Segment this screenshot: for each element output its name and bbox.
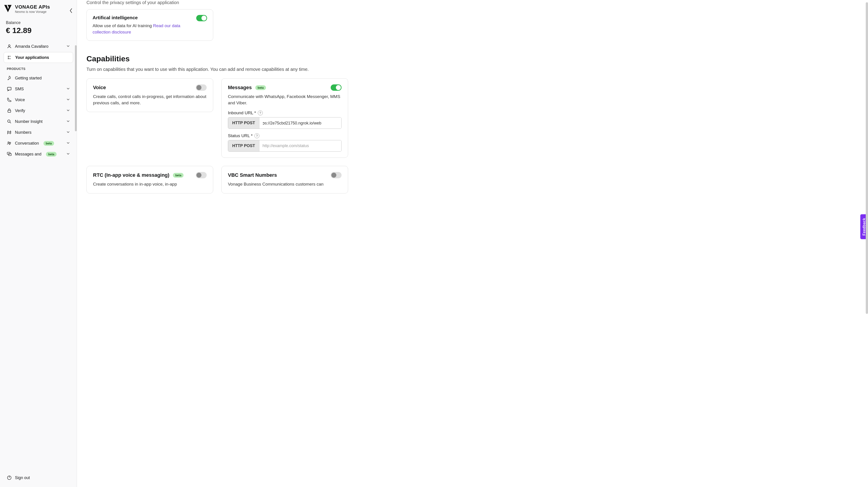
sidebar-item-getting-started[interactable]: Getting started bbox=[4, 73, 73, 83]
sidebar-item-user[interactable]: Amanda Cavallaro bbox=[4, 41, 73, 52]
capabilities-heading: Capabilities bbox=[87, 54, 860, 63]
sidebar-item-conversation[interactable]: Conversation beta bbox=[4, 138, 73, 149]
collapse-sidebar-button[interactable] bbox=[68, 7, 74, 14]
help-icon[interactable]: ? bbox=[254, 133, 259, 138]
rtc-desc: Create conversations in in-app voice, in… bbox=[93, 181, 207, 187]
svg-rect-9 bbox=[8, 154, 11, 156]
sidebar-item-messages-and[interactable]: Messages and beta bbox=[4, 149, 73, 159]
sidebar-item-sign-out[interactable]: Sign out bbox=[4, 473, 73, 483]
messages-toggle[interactable] bbox=[331, 85, 342, 91]
conversation-icon bbox=[7, 141, 12, 146]
rtc-toggle[interactable] bbox=[196, 172, 207, 178]
products-section-label: PRODUCTS bbox=[4, 63, 73, 72]
vbc-title: VBC Smart Numbers bbox=[228, 172, 277, 178]
hash-icon bbox=[7, 130, 12, 135]
applications-icon bbox=[7, 55, 12, 60]
sidebar-item-label: Number Insight bbox=[15, 119, 42, 124]
sidebar-item-sms[interactable]: SMS bbox=[4, 84, 73, 94]
sidebar-item-numbers[interactable]: Numbers bbox=[4, 127, 73, 138]
voice-toggle[interactable] bbox=[196, 85, 207, 91]
beta-badge: beta bbox=[46, 152, 57, 157]
sidebar-header: VONAGE APIs Nexmo is now Vonage bbox=[4, 4, 73, 13]
capability-card-vbc: VBC Smart Numbers Vonage Business Commun… bbox=[221, 166, 348, 194]
voice-desc: Create calls, control calls in-progress,… bbox=[93, 94, 207, 106]
chevron-down-icon bbox=[66, 141, 70, 146]
sidebar-item-label: SMS bbox=[15, 87, 24, 91]
ai-card-desc: Allow use of data for AI training Read o… bbox=[93, 23, 192, 35]
help-icon[interactable]: ? bbox=[258, 110, 263, 116]
chevron-down-icon bbox=[66, 152, 70, 157]
chevron-down-icon bbox=[66, 98, 70, 102]
chevron-down-icon bbox=[66, 119, 70, 124]
rocket-icon bbox=[7, 75, 12, 80]
sidebar-item-label: Conversation bbox=[15, 141, 39, 146]
sidebar-item-label: Messages and bbox=[15, 152, 41, 157]
sidebar-item-label: Getting started bbox=[15, 76, 42, 80]
sidebar-item-label: Sign out bbox=[15, 476, 30, 480]
inbound-url-label: Inbound URL * bbox=[228, 110, 256, 116]
sidebar-item-verify[interactable]: Verify bbox=[4, 105, 73, 116]
privacy-caption: Control the privacy settings of your app… bbox=[87, 0, 860, 5]
beta-badge: beta bbox=[173, 173, 184, 177]
capability-card-rtc: RTC (In-app voice & messaging) beta Crea… bbox=[87, 166, 213, 194]
svg-point-2 bbox=[8, 58, 9, 59]
vbc-toggle[interactable] bbox=[331, 172, 342, 178]
sidebar: VONAGE APIs Nexmo is now Vonage Balance … bbox=[0, 0, 77, 487]
sidebar-item-label: Your applications bbox=[15, 55, 49, 60]
svg-point-6 bbox=[8, 142, 9, 143]
vbc-desc: Vonage Business Communications customers… bbox=[228, 181, 342, 187]
inbound-url-field: Inbound URL * ? HTTP POST bbox=[228, 110, 342, 129]
ai-card-title: Artifical intelligence bbox=[93, 15, 192, 20]
svg-rect-3 bbox=[7, 87, 11, 90]
svg-rect-8 bbox=[7, 152, 10, 154]
inbound-method-select[interactable]: HTTP POST bbox=[228, 118, 259, 129]
ai-card-desc-text: Allow use of data for AI training bbox=[93, 23, 153, 28]
ai-privacy-card: Artifical intelligence Allow use of data… bbox=[87, 9, 213, 41]
chevron-down-icon bbox=[66, 44, 70, 49]
balance-amount: € 12.89 bbox=[6, 26, 73, 35]
status-url-field: Status URL * ? HTTP POST bbox=[228, 133, 342, 152]
messages-title: Messages bbox=[228, 85, 252, 91]
search-icon bbox=[7, 119, 12, 124]
sidebar-item-label: Verify bbox=[15, 108, 25, 113]
vonage-logo-icon bbox=[4, 4, 12, 13]
sidebar-scrollbar[interactable] bbox=[75, 45, 77, 131]
messages-icon bbox=[7, 152, 12, 157]
sidebar-item-number-insight[interactable]: Number Insight bbox=[4, 116, 73, 127]
svg-point-5 bbox=[8, 120, 10, 123]
main-scrollbar[interactable] bbox=[866, 2, 868, 314]
messages-desc: Communicate with WhatsApp, Facebook Mess… bbox=[228, 94, 342, 106]
chevron-down-icon bbox=[66, 87, 70, 91]
capability-card-messages: Messages beta Communicate with WhatsApp,… bbox=[221, 78, 348, 158]
sidebar-item-voice[interactable]: Voice bbox=[4, 95, 73, 105]
svg-point-0 bbox=[8, 45, 10, 46]
svg-point-7 bbox=[9, 142, 11, 143]
brand-subtitle: Nexmo is now Vonage bbox=[15, 10, 50, 13]
rtc-title: RTC (In-app voice & messaging) bbox=[93, 172, 169, 178]
beta-badge: beta bbox=[43, 141, 54, 146]
balance-block: Balance € 12.89 bbox=[4, 20, 73, 35]
svg-rect-4 bbox=[8, 110, 11, 112]
capability-card-voice: Voice Create calls, control calls in-pro… bbox=[87, 78, 213, 112]
chevron-down-icon bbox=[66, 108, 70, 113]
chevron-down-icon bbox=[66, 130, 70, 135]
sidebar-item-label: Amanda Cavallaro bbox=[15, 44, 49, 49]
phone-icon bbox=[7, 97, 12, 102]
capabilities-subtext: Turn on capabilities that you want to us… bbox=[87, 67, 860, 72]
voice-title: Voice bbox=[93, 85, 106, 91]
sidebar-item-label: Numbers bbox=[15, 130, 31, 135]
lock-icon bbox=[7, 108, 12, 113]
inbound-url-input[interactable] bbox=[259, 118, 341, 129]
power-icon bbox=[7, 475, 12, 480]
status-url-input[interactable] bbox=[259, 140, 341, 152]
chat-icon bbox=[7, 87, 12, 91]
balance-label: Balance bbox=[6, 20, 73, 25]
sidebar-item-your-applications[interactable]: Your applications bbox=[4, 52, 73, 63]
beta-badge: beta bbox=[255, 85, 266, 90]
sidebar-item-label: Voice bbox=[15, 98, 25, 102]
status-method-select[interactable]: HTTP POST bbox=[228, 140, 259, 152]
ai-toggle[interactable] bbox=[196, 15, 207, 21]
svg-point-1 bbox=[8, 56, 9, 57]
brand-title: VONAGE APIs bbox=[15, 4, 50, 10]
main-content: Control the privacy settings of your app… bbox=[77, 0, 868, 487]
